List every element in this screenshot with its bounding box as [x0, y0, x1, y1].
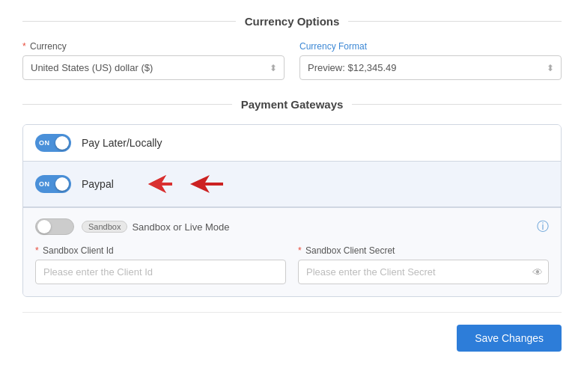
paypal-arrow-wrap: [120, 171, 223, 197]
client-secret-field: * Sandbox Client Secret 👁: [298, 245, 549, 284]
client-id-required-marker: *: [35, 245, 39, 256]
payment-section-title: Payment Gateways: [241, 98, 344, 111]
currency-section-header: Currency Options: [22, 15, 562, 28]
currency-label: * Currency: [22, 41, 285, 52]
settings-page: Currency Options * Currency United State…: [0, 0, 584, 374]
currency-field-group: * Currency United States (US) dollar ($)…: [22, 41, 285, 80]
pay-later-toggle[interactable]: ON: [35, 134, 71, 152]
client-secret-required-marker: *: [298, 245, 302, 256]
sandbox-mode-label: Sandbox or Live Mode: [132, 221, 229, 233]
toggle-password-icon[interactable]: 👁: [532, 266, 543, 278]
client-id-input-wrap: [35, 260, 286, 284]
sandbox-mode-row: Sandbox Sandbox or Live Mode ⓘ: [35, 218, 549, 235]
svg-marker-4: [190, 175, 223, 193]
svg-marker-2: [120, 175, 144, 193]
payment-section-header: Payment Gateways: [22, 98, 562, 111]
currency-select[interactable]: United States (US) dollar ($): [22, 55, 285, 80]
currency-section: Currency Options * Currency United State…: [22, 15, 562, 80]
client-id-field: * Sandbox Client Id: [35, 245, 286, 284]
currency-format-select[interactable]: Preview: $12,345.49: [299, 55, 562, 80]
paypal-toggle-knob: [55, 177, 69, 191]
sandbox-mode-toggle[interactable]: [35, 218, 74, 235]
gateway-row-pay-later: ON Pay Later/Locally: [23, 125, 561, 162]
save-changes-button[interactable]: Save Changes: [457, 325, 562, 352]
paypal-name: Paypal: [82, 178, 114, 190]
sandbox-toggle-knob: [37, 220, 51, 233]
payment-header-line-left: [22, 104, 232, 105]
currency-row: * Currency United States (US) dollar ($)…: [22, 41, 562, 80]
paypal-expanded-settings: Sandbox Sandbox or Live Mode ⓘ * Sandbox…: [23, 207, 561, 296]
currency-format-select-wrapper: Preview: $12,345.49 ⬍: [299, 55, 562, 80]
currency-required-marker: *: [22, 41, 26, 52]
pay-later-name: Pay Later/Locally: [82, 137, 162, 149]
client-id-input[interactable]: [35, 260, 286, 284]
paypal-toggle-label: ON: [39, 180, 50, 188]
paypal-toggle[interactable]: ON: [35, 175, 71, 193]
red-arrow-icon: [120, 171, 172, 197]
gateway-container: ON Pay Later/Locally ON Paypal: [22, 124, 562, 297]
sandbox-tag: Sandbox: [82, 221, 127, 233]
client-secret-input-wrap: 👁: [298, 260, 549, 284]
header-line-left: [22, 21, 236, 22]
credentials-row: * Sandbox Client Id * Sandbox Client Sec…: [35, 245, 549, 284]
paypal-toggle-wrap: ON: [35, 175, 71, 193]
currency-section-title: Currency Options: [245, 15, 340, 28]
client-secret-label: * Sandbox Client Secret: [298, 245, 549, 256]
currency-format-label[interactable]: Currency Format: [299, 41, 562, 52]
pay-later-toggle-knob: [55, 136, 69, 150]
client-secret-input[interactable]: [298, 260, 549, 284]
header-line-right: [348, 21, 562, 22]
svg-marker-1: [148, 175, 172, 193]
client-id-label: * Sandbox Client Id: [35, 245, 286, 256]
currency-select-wrapper: United States (US) dollar ($) ⬍: [22, 55, 285, 80]
sandbox-help-icon[interactable]: ⓘ: [537, 219, 549, 235]
pay-later-toggle-wrap: ON: [35, 134, 71, 152]
pay-later-toggle-label: ON: [39, 139, 50, 147]
page-footer: Save Changes: [22, 312, 562, 359]
gateway-row-paypal: ON Paypal: [23, 162, 561, 207]
red-arrow-svg: [172, 172, 223, 196]
currency-format-field-group: Currency Format Preview: $12,345.49 ⬍: [299, 41, 562, 80]
payment-gateways-section: Payment Gateways ON Pay Later/Locally ON: [22, 98, 562, 297]
payment-header-line-right: [352, 104, 562, 105]
